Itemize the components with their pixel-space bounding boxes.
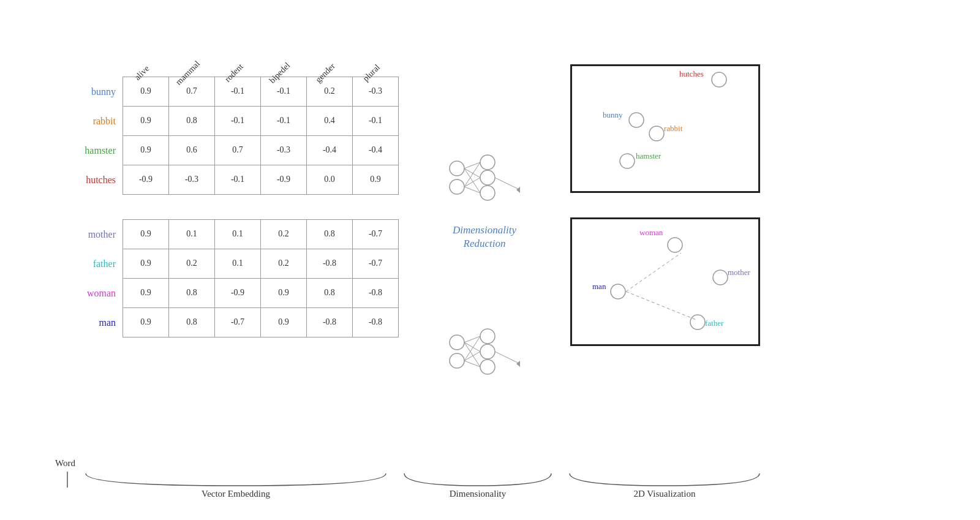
svg-line-19 (464, 342, 480, 352)
svg-point-17 (480, 360, 495, 374)
word-label: Word (55, 458, 75, 469)
table-cell: 0.8 (307, 279, 353, 308)
table-cell: -0.1 (261, 107, 307, 136)
table-cell: -0.8 (307, 249, 353, 279)
table-cell: -0.8 (353, 279, 399, 308)
table-cell: -0.3 (169, 165, 215, 195)
table-cell: -0.1 (215, 107, 261, 136)
viz-dot-label: mother (728, 268, 750, 277)
table-cell: -0.8 (307, 308, 353, 337)
word-brace-section (55, 470, 80, 489)
viz-dot-label: man (592, 282, 606, 291)
table2-body: mother0.90.10.10.20.8-0.7father0.90.20.1… (55, 219, 399, 337)
table-cell: 0.8 (307, 220, 353, 249)
table-cell: 0.2 (261, 249, 307, 279)
dim-brace (398, 470, 557, 489)
right-section: hutchesbunnyrabbithamster womanmotherman… (570, 64, 766, 346)
table-cell: 0.1 (169, 220, 215, 249)
table-cell: 0.9 (123, 220, 169, 249)
table-cell: 0.9 (261, 279, 307, 308)
row-label: hamster (56, 136, 123, 165)
svg-line-7 (464, 168, 480, 193)
col-header: gender (306, 28, 352, 77)
svg-line-9 (464, 178, 480, 187)
svg-line-11 (495, 178, 520, 190)
row-label: father (56, 249, 123, 279)
svg-point-13 (450, 335, 464, 350)
page-layout: alivemammalrodentbipedelgenderplural bun… (31, 15, 949, 505)
viz-dot (690, 315, 705, 330)
table-cell: 0.6 (169, 136, 215, 165)
svg-point-0 (450, 161, 464, 176)
table-cell: 0.2 (261, 220, 307, 249)
col-headers-1: alivemammalrodentbipedelgenderplural (123, 28, 399, 77)
table-cell: 0.9 (261, 308, 307, 337)
svg-line-5 (464, 162, 480, 168)
table-cell: -0.4 (307, 136, 353, 165)
table-cell: 0.0 (307, 165, 353, 195)
svg-line-23 (464, 361, 480, 367)
svg-line-8 (464, 162, 480, 187)
table-row: father0.90.20.10.2-0.8-0.7 (123, 249, 399, 279)
row-label: woman (56, 279, 123, 308)
svg-marker-12 (516, 187, 520, 193)
viz-dot (713, 270, 728, 285)
table2-block: mother0.90.10.10.20.8-0.7father0.90.20.1… (55, 219, 399, 337)
bottom-labels: Vector Embedding Dimensionality 2D Visua… (55, 470, 766, 499)
row-label: hutches (56, 165, 123, 195)
svg-line-10 (464, 187, 480, 193)
table-cell: -0.9 (215, 279, 261, 308)
col-header: rodent (214, 28, 260, 77)
table-row: woman0.90.8-0.90.90.8-0.8 (123, 279, 399, 308)
vector-brace-section: Vector Embedding (80, 470, 392, 499)
table-cell: -0.4 (353, 136, 399, 165)
table-cell: 0.2 (307, 77, 353, 107)
svg-point-3 (480, 170, 495, 185)
viz-dot-label: hutches (679, 69, 704, 78)
viz-dot (629, 113, 644, 127)
tables-section: alivemammalrodentbipedelgenderplural bun… (55, 28, 399, 337)
svg-point-4 (480, 186, 495, 200)
svg-line-27 (626, 292, 698, 320)
dim-label: Dimensionality (450, 489, 507, 499)
viz-dot (668, 238, 682, 252)
dr-label: Dimensionality Reduction (453, 224, 516, 251)
table-cell: -0.3 (353, 77, 399, 107)
row-label: bunny (56, 77, 123, 107)
viz-svg: hutchesbunnyrabbithamster (572, 66, 762, 195)
vector-label: Vector Embedding (202, 489, 270, 499)
table-row: hamster0.90.60.7-0.3-0.4-0.4 (123, 136, 399, 165)
viz-dot-label: father (705, 318, 724, 328)
table-cell: -0.9 (123, 165, 169, 195)
table-row: hutches-0.9-0.3-0.1-0.90.00.9 (123, 165, 399, 195)
table1-with-headers: alivemammalrodentbipedelgenderplural bun… (55, 28, 399, 195)
col-header: plural (352, 28, 398, 77)
table-cell: -0.9 (261, 165, 307, 195)
svg-line-18 (464, 336, 480, 342)
table-cell: -0.1 (353, 107, 399, 136)
word-brace (55, 470, 80, 489)
row-label: mother (56, 220, 123, 249)
table-cell: 0.9 (123, 279, 169, 308)
table-cell: 0.9 (123, 249, 169, 279)
table-cell: -0.7 (353, 249, 399, 279)
viz-dot-label: hamster (636, 151, 662, 160)
viz-box-2: womanmothermanfather (570, 217, 760, 346)
viz2d-brace-section: 2D Visualization (564, 470, 766, 499)
viz-dot (611, 284, 625, 299)
table-cell: 0.9 (123, 136, 169, 165)
viz-box-1: hutchesbunnyrabbithamster (570, 64, 760, 193)
table-cell: 0.9 (353, 165, 399, 195)
svg-line-22 (464, 352, 480, 361)
row-label: man (56, 308, 123, 337)
content-row: alivemammalrodentbipedelgenderplural bun… (31, 15, 949, 385)
table-row: rabbit0.90.8-0.1-0.10.4-0.1 (123, 107, 399, 136)
svg-line-20 (464, 342, 480, 367)
col-header: mammal (168, 28, 214, 77)
table-rows: bunny0.90.7-0.1-0.10.2-0.3rabbit0.90.8-0… (123, 77, 399, 195)
table-cell: -0.1 (215, 77, 261, 107)
table-cell: 0.1 (215, 249, 261, 279)
table-cell: -0.8 (353, 308, 399, 337)
svg-point-16 (480, 344, 495, 359)
vector-brace (80, 470, 392, 489)
